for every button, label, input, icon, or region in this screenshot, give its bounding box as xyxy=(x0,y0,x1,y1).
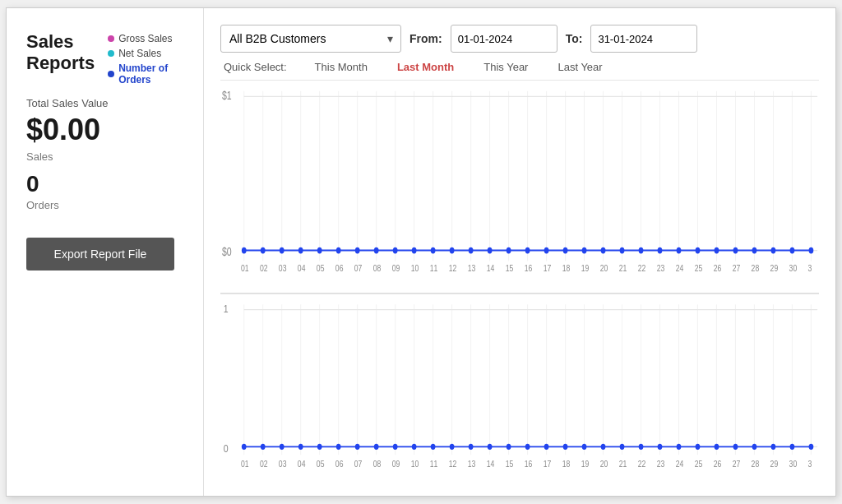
svg-point-57 xyxy=(658,247,663,254)
svg-text:01: 01 xyxy=(241,459,249,469)
svg-point-155 xyxy=(677,444,682,450)
svg-text:21: 21 xyxy=(619,263,627,273)
qs-last-month[interactable]: Last Month xyxy=(382,61,469,73)
svg-point-55 xyxy=(620,247,625,254)
svg-text:19: 19 xyxy=(581,459,590,469)
gross-sales-dot xyxy=(108,35,114,42)
qs-last-year[interactable]: Last Year xyxy=(543,61,617,73)
svg-point-151 xyxy=(601,444,606,450)
svg-point-159 xyxy=(752,444,757,450)
gross-sales-label: Gross Sales xyxy=(118,33,172,44)
svg-point-142 xyxy=(431,444,436,450)
orders-label: Orders xyxy=(26,199,187,211)
svg-text:16: 16 xyxy=(525,263,533,273)
svg-text:25: 25 xyxy=(695,459,703,469)
quick-select-row: Quick Select: This Month Last Month This… xyxy=(220,61,819,73)
svg-text:08: 08 xyxy=(373,263,382,273)
svg-point-136 xyxy=(317,444,322,450)
svg-point-42 xyxy=(374,247,379,254)
customer-select[interactable]: All B2B Customers Customer A Customer B xyxy=(220,25,401,53)
to-date-input[interactable] xyxy=(590,25,697,53)
svg-text:09: 09 xyxy=(392,263,400,273)
svg-text:$1: $1 xyxy=(222,90,232,103)
svg-point-145 xyxy=(488,444,493,450)
customer-select-wrapper: All B2B Customers Customer A Customer B xyxy=(220,25,401,53)
svg-text:21: 21 xyxy=(619,459,627,469)
from-date-input[interactable] xyxy=(451,25,557,53)
page-title: Sales Reports xyxy=(26,31,95,75)
export-report-button[interactable]: Export Report File xyxy=(26,238,174,270)
svg-point-160 xyxy=(771,444,776,450)
svg-point-134 xyxy=(280,444,285,450)
title-row: Sales Reports Gross Sales Net Sales Numb… xyxy=(26,31,187,86)
svg-point-153 xyxy=(639,444,644,450)
svg-point-137 xyxy=(336,444,341,450)
number-orders-label: Number ofOrders xyxy=(118,62,168,86)
qs-this-year[interactable]: This Year xyxy=(469,61,543,73)
svg-point-56 xyxy=(639,247,644,254)
svg-point-133 xyxy=(261,444,266,450)
orders-chart: 1 0 xyxy=(220,294,819,488)
svg-point-41 xyxy=(355,247,360,254)
sales-label: Sales xyxy=(26,150,187,163)
svg-text:10: 10 xyxy=(411,263,419,273)
svg-text:20: 20 xyxy=(600,263,608,273)
right-panel: All B2B Customers Customer A Customer B … xyxy=(204,8,835,496)
svg-text:20: 20 xyxy=(600,459,608,469)
svg-text:28: 28 xyxy=(752,263,760,273)
svg-point-162 xyxy=(809,444,814,450)
svg-text:07: 07 xyxy=(354,263,363,273)
svg-text:3: 3 xyxy=(808,263,812,273)
svg-point-63 xyxy=(771,247,776,254)
svg-text:19: 19 xyxy=(581,263,590,273)
svg-text:11: 11 xyxy=(430,263,438,273)
svg-point-44 xyxy=(412,247,417,254)
number-orders-dot xyxy=(108,71,114,77)
sales-chart: $1 $0 // rendered as static SVG elements… xyxy=(220,80,819,293)
svg-point-152 xyxy=(620,444,625,450)
svg-text:28: 28 xyxy=(752,459,760,469)
svg-text:17: 17 xyxy=(544,263,552,273)
svg-point-147 xyxy=(525,444,530,450)
svg-text:23: 23 xyxy=(657,263,665,273)
svg-text:30: 30 xyxy=(789,263,798,273)
svg-text:30: 30 xyxy=(789,459,798,469)
svg-point-40 xyxy=(336,247,341,254)
svg-point-61 xyxy=(733,247,738,254)
svg-point-53 xyxy=(582,247,587,254)
svg-point-36 xyxy=(261,247,266,254)
svg-point-144 xyxy=(469,444,474,450)
svg-text:15: 15 xyxy=(506,263,514,273)
svg-text:07: 07 xyxy=(354,459,363,469)
svg-point-39 xyxy=(317,247,322,254)
svg-text:03: 03 xyxy=(279,459,287,469)
svg-text:09: 09 xyxy=(392,459,400,469)
svg-point-158 xyxy=(733,444,738,450)
svg-text:14: 14 xyxy=(487,263,495,273)
svg-text:02: 02 xyxy=(260,263,268,273)
svg-point-51 xyxy=(544,247,549,254)
svg-text:18: 18 xyxy=(562,263,571,273)
svg-text:12: 12 xyxy=(449,263,457,273)
legend-number-orders: Number ofOrders xyxy=(108,62,172,86)
charts-area: $1 $0 // rendered as static SVG elements… xyxy=(220,80,819,488)
svg-text:0: 0 xyxy=(224,442,229,455)
qs-this-month[interactable]: This Month xyxy=(300,61,382,73)
svg-point-143 xyxy=(450,444,455,450)
svg-point-48 xyxy=(488,247,493,254)
svg-text:23: 23 xyxy=(657,459,665,469)
svg-text:22: 22 xyxy=(638,263,646,273)
svg-text:05: 05 xyxy=(317,459,325,469)
total-sales-label: Total Sales Value xyxy=(26,97,187,109)
svg-point-37 xyxy=(280,247,285,254)
svg-point-135 xyxy=(298,444,303,450)
svg-text:26: 26 xyxy=(714,263,722,273)
quick-select-label: Quick Select: xyxy=(224,61,287,73)
svg-text:03: 03 xyxy=(279,263,287,273)
legend-net-sales: Net Sales xyxy=(108,48,172,59)
svg-point-47 xyxy=(469,247,474,254)
svg-text:04: 04 xyxy=(298,459,306,469)
svg-point-50 xyxy=(525,247,530,254)
svg-text:02: 02 xyxy=(260,459,268,469)
svg-point-141 xyxy=(412,444,417,450)
